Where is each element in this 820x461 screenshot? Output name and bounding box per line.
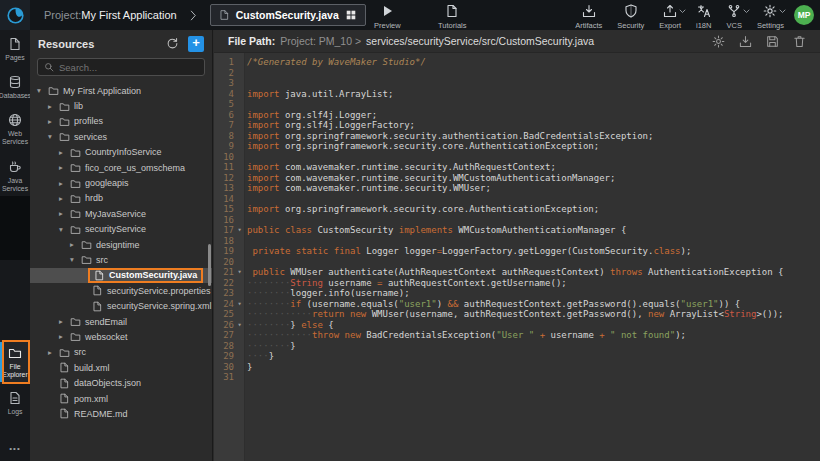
code-line[interactable]: 25 ············return new WMUser(usernam… (214, 309, 820, 320)
code-line[interactable]: 29 ····} (214, 351, 820, 362)
expand-arrow-icon[interactable]: ▾ (56, 225, 66, 234)
code-line[interactable]: 31 (214, 372, 820, 383)
sidebar-item-databases[interactable]: Databases (0, 68, 30, 106)
sidebar-item-file-explorer[interactable]: File Explorer (0, 340, 30, 384)
expand-arrow-icon[interactable]: ▾ (45, 132, 55, 141)
code-pane[interactable]: 1 /*Generated by WaveMaker Studio*/ 2 3 … (214, 53, 820, 461)
tree-item-services[interactable]: ▾ services (30, 129, 212, 144)
topbar-action-security[interactable]: Security (617, 4, 644, 30)
trash-icon[interactable] (793, 35, 806, 48)
code-line[interactable]: 10 (214, 152, 820, 163)
gear-icon[interactable] (712, 35, 725, 48)
code-line[interactable]: 6 import org.slf4j.Logger; (214, 110, 820, 121)
code-line[interactable]: 26 ▾ ········} else { (214, 320, 820, 331)
tree-item-profiles[interactable]: ▸ profiles (30, 114, 212, 129)
code-line[interactable]: 9 import org.springframework.security.co… (214, 141, 820, 152)
expand-arrow-icon[interactable]: ▾ (34, 86, 44, 95)
code-line[interactable]: 18 (214, 236, 820, 247)
expand-arrow-icon[interactable]: ▸ (56, 332, 66, 341)
expand-arrow-icon[interactable]: ▸ (56, 163, 66, 172)
expand-arrow-icon[interactable]: ▸ (56, 194, 66, 203)
tree-item-securityservice-spring-xml[interactable]: securityService.spring.xml (30, 298, 212, 313)
grid-icon[interactable] (345, 9, 357, 21)
tree-item-pom-xml[interactable]: pom.xml (30, 391, 212, 406)
tree-item-myjavaservice[interactable]: ▸ MyJavaService (30, 206, 212, 221)
tree-item-customsecurity-java[interactable]: CustomSecurity.java (30, 268, 212, 283)
code-line[interactable]: 5 (214, 99, 820, 110)
tree-item-src[interactable]: ▾ src (30, 252, 212, 267)
code-line[interactable]: 12 import com.wavemaker.runtime.security… (214, 173, 820, 184)
sidebar-item-java-services[interactable]: Java Services (0, 153, 30, 199)
tree-item-readme-md[interactable]: README.md (30, 406, 212, 421)
expand-arrow-icon[interactable]: ▸ (56, 209, 66, 218)
save-icon[interactable] (766, 35, 779, 48)
sidebar-item-logs[interactable]: Logs (0, 384, 30, 422)
tree-item-designtime[interactable]: ▸ designtime (30, 237, 212, 252)
sidebar-item-web-services[interactable]: Web Services (0, 106, 30, 152)
code-line[interactable]: 27 ············throw new BadCredentialsE… (214, 330, 820, 341)
topbar-action-settings[interactable]: Settings (757, 4, 784, 30)
ellipsis-icon[interactable]: ••• (0, 444, 30, 453)
code-text: ········String username = authRequestCon… (245, 278, 567, 289)
wavemaker-logo-icon[interactable] (0, 0, 30, 30)
topbar-action-artifacts[interactable]: Artifacts (575, 4, 602, 30)
tree-item-build-xml[interactable]: build.xml (30, 360, 212, 375)
code-line[interactable]: 21 ▾ public WMUser authenticate(AuthRequ… (214, 267, 820, 278)
expand-arrow-icon[interactable]: ▸ (56, 317, 66, 326)
line-number: 3 (214, 78, 234, 89)
expand-arrow-icon[interactable]: ▾ (67, 255, 77, 264)
expand-arrow-icon[interactable]: ▸ (45, 348, 55, 357)
tree-item-hrdb[interactable]: ▸ hrdb (30, 191, 212, 206)
code-line[interactable]: 22 ········String username = authRequest… (214, 278, 820, 289)
expand-arrow-icon[interactable]: ▸ (45, 117, 55, 126)
expand-arrow-icon[interactable]: ▸ (67, 240, 77, 249)
project-switcher[interactable]: Project:My First Application (44, 9, 177, 21)
tree-scrollbar[interactable] (208, 244, 211, 286)
tutorials-button[interactable]: Tutorials (438, 4, 466, 30)
code-line[interactable]: 23 ········logger.info(username); (214, 288, 820, 299)
download-icon[interactable] (739, 35, 752, 48)
code-line[interactable]: 4 import java.util.ArrayList; (214, 89, 820, 100)
code-line[interactable]: 30 } (214, 362, 820, 373)
code-line[interactable]: 28 ········} (214, 341, 820, 352)
expand-arrow-icon[interactable]: ▸ (56, 179, 66, 188)
code-line[interactable]: 24 ▾ ········if (username.equals("user1"… (214, 299, 820, 310)
refresh-icon[interactable] (166, 37, 179, 50)
tree-item-lib[interactable]: ▸ lib (30, 98, 212, 113)
tree-item-securityservice-properties[interactable]: securityService.properties (30, 283, 212, 298)
code-line[interactable]: 20 (214, 257, 820, 268)
code-line[interactable]: 17 ▾ public class CustomSecurity impleme… (214, 225, 820, 236)
avatar[interactable]: MP (794, 5, 814, 25)
sidebar-item-pages[interactable]: Pages (0, 30, 30, 68)
tree-item-countryinfoservice[interactable]: ▸ CountryInfoService (30, 145, 212, 160)
code-line[interactable]: 15 import org.springframework.security.c… (214, 204, 820, 215)
tree-item-securityservice[interactable]: ▾ securityService (30, 222, 212, 237)
topbar-action-vcs[interactable]: VCS (726, 4, 741, 30)
tree-item-googleapis[interactable]: ▸ googleapis (30, 175, 212, 190)
tree-item-dataobjects-json[interactable]: dataObjects.json (30, 375, 212, 390)
code-line[interactable]: 2 (214, 68, 820, 79)
tree-item-my-first-application[interactable]: ▾ My First Application (30, 83, 212, 98)
code-line[interactable]: 7 import org.slf4j.LoggerFactory; (214, 120, 820, 131)
code-line[interactable]: 1 /*Generated by WaveMaker Studio*/ (214, 57, 820, 68)
search-input[interactable] (59, 62, 198, 73)
resource-search[interactable] (37, 58, 205, 76)
tree-item-websocket[interactable]: ▸ websocket (30, 329, 212, 344)
preview-button[interactable]: Preview (374, 4, 401, 30)
code-line[interactable]: 11 import com.wavemaker.runtime.security… (214, 162, 820, 173)
topbar-action-export[interactable]: Export (659, 4, 681, 30)
code-line[interactable]: 3 (214, 78, 820, 89)
tree-item-src[interactable]: ▸ src (30, 345, 212, 360)
expand-arrow-icon[interactable]: ▸ (56, 148, 66, 157)
tree-item-fico-core-us-omschema[interactable]: ▸ fico_core_us_omschema (30, 160, 212, 175)
code-line[interactable]: 8 import org.springframework.security.au… (214, 131, 820, 142)
code-line[interactable]: 14 (214, 194, 820, 205)
expand-arrow-icon[interactable]: ▸ (45, 102, 55, 111)
tab-customsecurity-java[interactable]: CustomSecurity.java (210, 4, 366, 26)
topbar-action-i18n[interactable]: i18N (696, 4, 711, 30)
code-line[interactable]: 13 import com.wavemaker.runtime.security… (214, 183, 820, 194)
code-line[interactable]: 19 private static final Logger logger=Lo… (214, 246, 820, 257)
tree-item-sendemail[interactable]: ▸ sendEmail (30, 314, 212, 329)
plus-icon[interactable]: + (188, 36, 204, 52)
code-line[interactable]: 16 (214, 215, 820, 226)
